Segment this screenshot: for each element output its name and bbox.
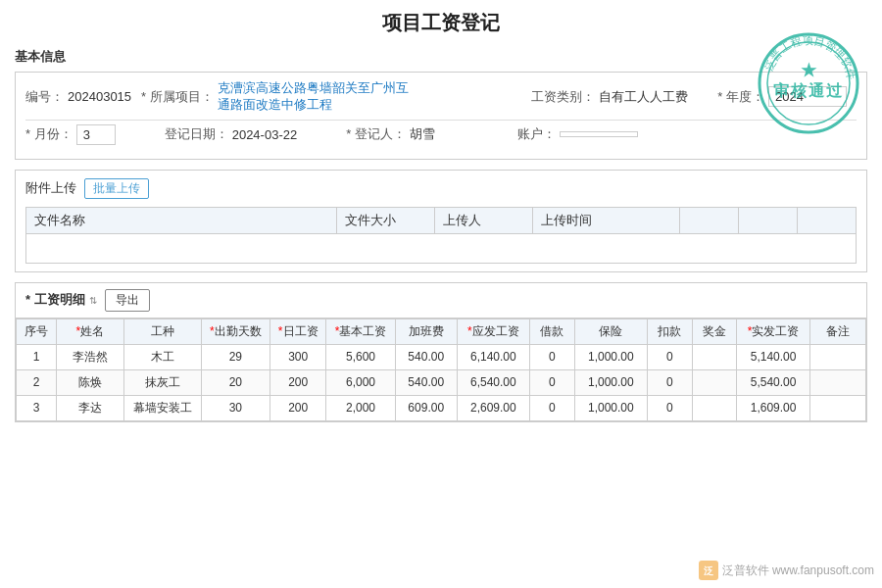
salary-cell-r1-c5: 300	[270, 344, 326, 369]
salary-cell-r3-c8: 2,609.00	[457, 395, 529, 420]
attachment-col-time: 上传时间	[533, 207, 680, 233]
project-value[interactable]: 克漕滨高速公路粤墙韶关至广州互通路面改造中修工程	[218, 80, 414, 114]
salary-cell-r2-c7: 540.00	[395, 369, 457, 395]
salary-cell-r1-c13: 5,140.00	[737, 344, 809, 369]
project-label: * 所属项目：	[141, 88, 214, 106]
salary-cell-r1-c11: 0	[648, 344, 693, 369]
basic-info-row-2: * 月份： 3 登记日期： 2024-03-22 * 登记人： 胡雪 账户：	[25, 124, 857, 145]
sort-icon: ⇅	[89, 295, 97, 306]
col-deduction: 扣款	[648, 318, 693, 344]
month-value[interactable]: 3	[76, 124, 116, 145]
col-seq: 序号	[17, 318, 57, 344]
svg-text:泛: 泛	[704, 565, 714, 576]
salary-type-value: 自有工人人工费	[599, 88, 688, 106]
attachment-col-size: 文件大小	[337, 207, 435, 233]
salary-cell-r3-c9: 0	[529, 395, 574, 420]
salary-cell-r2-c13: 5,540.00	[737, 369, 809, 395]
salary-cell-r1-c3: 木工	[123, 344, 201, 369]
salary-cell-r3-c13: 1,609.00	[737, 395, 809, 420]
year-label: * 年度：	[717, 88, 764, 106]
account-label: 账户：	[517, 125, 556, 143]
id-value: 202403015	[68, 89, 131, 104]
salary-cell-r2-c9: 0	[529, 369, 574, 395]
page-container: ★ 审核通过 泛普工程项目管理软件 项目工资登记 基本信息 编号： 202403…	[0, 0, 882, 588]
col-insurance: 保险	[574, 318, 647, 344]
salary-cell-r3-c10: 1,000.00	[574, 395, 647, 420]
project-cell: * 所属项目： 克漕滨高速公路粤墙韶关至广州互通路面改造中修工程	[141, 80, 502, 114]
salary-section: * 工资明细 ⇅ 导出 序号 *姓名 工种 *出勤天数 *日工资 *基本工资 加…	[15, 282, 867, 422]
salary-type-cell: 工资类别： 自有工人人工费	[531, 88, 688, 106]
watermark-text: 泛普软件 www.fanpusoft.com	[722, 563, 874, 579]
id-label: 编号：	[25, 88, 64, 106]
export-button[interactable]: 导出	[105, 289, 150, 312]
attachment-col-action3	[798, 207, 857, 233]
page-title: 项目工资登记	[15, 10, 867, 36]
salary-cell-r2-c2: 陈焕	[57, 369, 124, 395]
salary-cell-r2-c14	[809, 369, 865, 395]
basic-info-box: 编号： 202403015 * 所属项目： 克漕滨高速公路粤墙韶关至广州互通路面…	[15, 72, 867, 160]
salary-cell-r1-c8: 6,140.00	[457, 344, 529, 369]
salary-header: * 工资明细 ⇅ 导出	[16, 283, 866, 318]
date-label: 登记日期：	[165, 125, 228, 143]
salary-cell-r3-c4: 30	[201, 395, 270, 420]
month-cell: * 月份： 3	[25, 124, 116, 145]
salary-cell-r2-c6: 6,000	[326, 369, 396, 395]
attachment-empty-cell	[26, 233, 857, 263]
salary-cell-r2-c10: 1,000.00	[574, 369, 647, 395]
salary-cell-r1-c6: 5,600	[326, 344, 396, 369]
batch-upload-button[interactable]: 批量上传	[84, 178, 149, 199]
salary-cell-r3-c3: 幕墙安装工	[123, 395, 201, 420]
recorder-label: * 登记人：	[346, 125, 406, 143]
salary-cell-r2-c5: 200	[270, 369, 326, 395]
salary-row-1: 1李浩然木工293005,600540.006,140.0001,000.000…	[17, 344, 866, 369]
col-net-wage: *实发工资	[737, 318, 809, 344]
attachment-col-name: 文件名称	[26, 207, 337, 233]
attachment-col-uploader: 上传人	[435, 207, 533, 233]
col-name: *姓名	[57, 318, 124, 344]
account-value[interactable]	[560, 131, 638, 137]
salary-cell-r2-c12	[692, 369, 737, 395]
date-cell: 登记日期： 2024-03-22	[165, 125, 298, 143]
salary-cell-r3-c1: 3	[17, 395, 57, 420]
salary-type-label: 工资类别：	[531, 88, 595, 106]
basic-info-section-label: 基本信息	[15, 48, 867, 66]
salary-cell-r2-c3: 抹灰工	[123, 369, 201, 395]
attachment-section: 附件上传 批量上传 文件名称 文件大小 上传人 上传时间	[15, 170, 867, 272]
col-remark: 备注	[809, 318, 865, 344]
col-gross-wage: *应发工资	[457, 318, 529, 344]
salary-cell-r2-c1: 2	[17, 369, 57, 395]
salary-row-2: 2陈焕抹灰工202006,000540.006,540.0001,000.000…	[17, 369, 866, 395]
attachment-label: 附件上传	[25, 179, 76, 197]
attachment-col-action1	[680, 207, 739, 233]
salary-table: 序号 *姓名 工种 *出勤天数 *日工资 *基本工资 加班费 *应发工资 借款 …	[16, 318, 866, 421]
watermark: 泛 泛普软件 www.fanpusoft.com	[699, 561, 874, 580]
attachment-table: 文件名称 文件大小 上传人 上传时间	[25, 207, 857, 264]
salary-cell-r1-c12	[692, 344, 737, 369]
col-days: *出勤天数	[201, 318, 270, 344]
basic-info-row-1: 编号： 202403015 * 所属项目： 克漕滨高速公路粤墙韶关至广州互通路面…	[25, 80, 857, 114]
salary-cell-r3-c12	[692, 395, 737, 420]
col-daily-wage: *日工资	[270, 318, 326, 344]
salary-cell-r1-c1: 1	[17, 344, 57, 369]
salary-cell-r3-c2: 李达	[57, 395, 124, 420]
salary-cell-r2-c11: 0	[648, 369, 693, 395]
salary-cell-r2-c4: 20	[201, 369, 270, 395]
salary-row-3: 3李达幕墙安装工302002,000609.002,609.0001,000.0…	[17, 395, 866, 420]
salary-cell-r1-c2: 李浩然	[57, 344, 124, 369]
salary-cell-r1-c9: 0	[529, 344, 574, 369]
year-value[interactable]: 2024	[768, 86, 847, 107]
col-bonus: 奖金	[692, 318, 737, 344]
col-type: 工种	[123, 318, 201, 344]
salary-cell-r3-c7: 609.00	[395, 395, 457, 420]
month-label: * 月份：	[25, 125, 73, 143]
salary-cell-r3-c11: 0	[648, 395, 693, 420]
attachment-col-action2	[739, 207, 798, 233]
attachment-table-header-row: 文件名称 文件大小 上传人 上传时间	[26, 207, 857, 233]
recorder-cell: * 登记人： 胡雪	[346, 125, 468, 143]
salary-cell-r3-c6: 2,000	[326, 395, 396, 420]
salary-cell-r3-c5: 200	[270, 395, 326, 420]
recorder-value: 胡雪	[410, 125, 468, 143]
salary-table-header-row: 序号 *姓名 工种 *出勤天数 *日工资 *基本工资 加班费 *应发工资 借款 …	[17, 318, 866, 344]
attachment-empty-row	[26, 233, 857, 263]
salary-cell-r2-c8: 6,540.00	[457, 369, 529, 395]
